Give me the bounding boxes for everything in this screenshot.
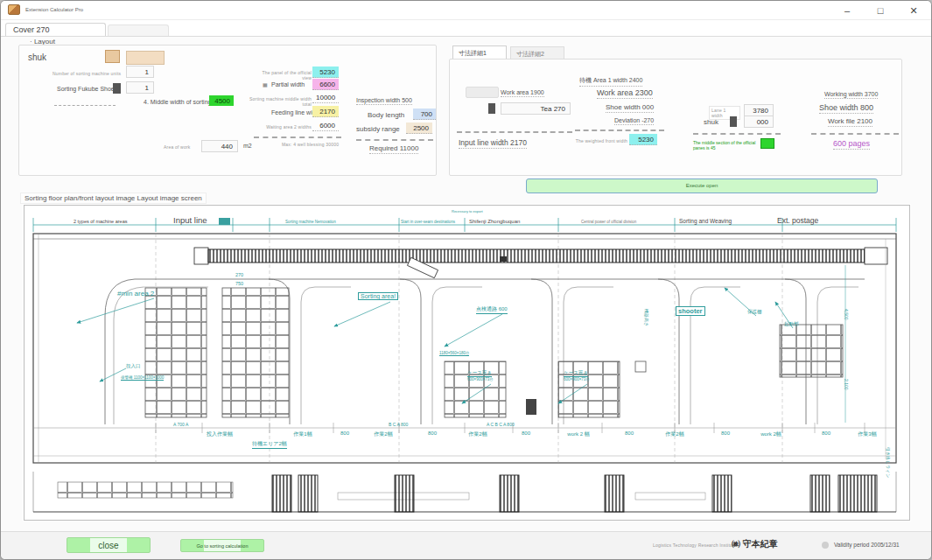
detail-shuk-field[interactable]: 000 bbox=[744, 116, 774, 128]
handset-icon bbox=[488, 103, 495, 114]
tab-dimension-detail-1[interactable]: 寸法詳細1 bbox=[452, 46, 507, 59]
minimize-button[interactable]: – bbox=[837, 4, 858, 18]
tab-dimension-detail-2[interactable]: 寸法詳細2 bbox=[510, 46, 564, 59]
subsidy-range-field[interactable]: 2500 bbox=[406, 122, 432, 134]
guard-shelf-label: 保護棚 bbox=[747, 309, 762, 315]
execute-button[interactable]: Execute open bbox=[526, 178, 878, 193]
min-area-label: #min area 2 bbox=[117, 290, 154, 298]
floorplan-drawing bbox=[23, 204, 911, 522]
shuk-image-icon bbox=[105, 50, 120, 63]
dim-label: work 2幅 bbox=[760, 430, 781, 438]
maximize-button[interactable]: □ bbox=[870, 4, 891, 18]
app-window: Extension Calculator Pro – □ ✕ Cover 270… bbox=[0, 0, 932, 560]
disabled-button[interactable] bbox=[466, 87, 499, 98]
tab-cover-270[interactable]: Cover 270 bbox=[5, 23, 106, 37]
dimension-detail-panel: Work area 1900 Tea 270 Input line width … bbox=[449, 59, 902, 176]
official-view-label: The panel of the official view bbox=[257, 70, 312, 80]
footer-bar: close Go to sorting calculation Logistic… bbox=[1, 531, 931, 559]
dim-label: 800 bbox=[721, 430, 730, 436]
vertical-dim-2100: 2,100 bbox=[844, 379, 849, 390]
dim-label: 投入作業幅 bbox=[207, 430, 233, 438]
g4-dash bbox=[811, 133, 899, 135]
pages-field[interactable]: 600 pages bbox=[833, 139, 870, 150]
body-length-label: Body length bbox=[368, 111, 404, 119]
app-icon bbox=[8, 4, 20, 15]
middle-total-field[interactable]: 10000 bbox=[312, 92, 339, 103]
top-label-central-power: Central power of official division bbox=[581, 220, 636, 224]
tea-value: 270 bbox=[554, 105, 565, 113]
dim-label: 作業2幅 bbox=[468, 430, 487, 438]
main-content: · Layout shuk Number of sorting machine … bbox=[1, 37, 931, 531]
waiting-area-field[interactable]: 6000 bbox=[312, 120, 339, 131]
equipment-height-label: 機器高さ bbox=[644, 309, 649, 326]
row3-dash bbox=[54, 105, 116, 106]
background-tab bbox=[108, 24, 169, 37]
vertical-dim-4500: 4,500 bbox=[844, 309, 849, 320]
subsidy-range-label: subsidy range bbox=[356, 125, 400, 133]
shoe-width-000-field[interactable]: Shoe width 000 bbox=[606, 103, 654, 113]
top-label-input-line: Input line bbox=[173, 215, 207, 225]
top-label-shifenji: Shifenji Zhongbuquan bbox=[469, 219, 520, 224]
middle-width-label: 4. Middle width of sorting bbox=[144, 99, 211, 105]
middle-section-indicator bbox=[760, 138, 774, 149]
mid-dash bbox=[254, 136, 341, 138]
top-label-ext-postage: Ext. postage bbox=[777, 216, 818, 225]
detail-shuk-icon bbox=[730, 116, 737, 127]
close-button[interactable]: close bbox=[67, 537, 151, 553]
front-width-field[interactable]: 5230 bbox=[629, 134, 657, 145]
work-area-2300-field[interactable]: Work area 2300 bbox=[597, 88, 653, 99]
dim-label: work 2 幅 bbox=[567, 430, 589, 438]
shelf-label: 保管棚 1100×1100×1000 bbox=[121, 375, 164, 381]
area1-width-field[interactable]: 待機 Area 1 width 2400 bbox=[579, 76, 642, 87]
fukube-shoe-label: Sorting Fukube Shoe bbox=[57, 86, 115, 92]
pullout-line-label: 引き出しライン bbox=[886, 447, 891, 479]
case1-size-label: 600×900×73台 bbox=[467, 377, 494, 382]
partial-width-label: Partial width bbox=[271, 81, 305, 88]
drawing-header: Sorting floor plan/front layout image La… bbox=[20, 192, 207, 204]
dim-750-label: 750 bbox=[235, 281, 243, 286]
conveyor-chip-icon bbox=[219, 218, 230, 225]
input-line-width-field[interactable]: Input line width 2170 bbox=[459, 138, 527, 149]
dim-label: 作業2幅 bbox=[665, 430, 683, 438]
work-area-1900-field[interactable]: Work area 1900 bbox=[501, 89, 544, 97]
layout-panel: shuk Number of sorting machine units 1 S… bbox=[18, 45, 437, 176]
close-window-button[interactable]: ✕ bbox=[903, 4, 924, 18]
shuk-preview-icon bbox=[126, 51, 165, 65]
dim-label: 800 bbox=[522, 430, 530, 436]
top-label-sorting-weaving: Sorting and Weaving bbox=[679, 218, 732, 224]
units-label: Number of sorting machine units bbox=[53, 71, 127, 76]
dim-letters-1: A 700 A bbox=[173, 422, 188, 427]
work-file-field[interactable]: Work file 2100 bbox=[828, 117, 872, 127]
input-port-label: 投入口 bbox=[126, 363, 141, 369]
goto-sorting-button[interactable]: Go to sorting calculation bbox=[180, 539, 264, 552]
waiting-area-label: Waiting area 2 widths bbox=[257, 124, 312, 130]
top-label-export-note: Recessary to export bbox=[452, 209, 483, 214]
fukube-shoe-field[interactable]: 1 bbox=[126, 81, 154, 94]
official-view-field[interactable]: 5230 bbox=[312, 66, 339, 78]
titlebar: Extension Calculator Pro – □ ✕ bbox=[1, 1, 931, 20]
deviation-field[interactable]: Deviation -270 bbox=[614, 117, 654, 125]
lane1-width-field[interactable]: 3780 bbox=[744, 104, 774, 116]
shuk-label: shuk bbox=[28, 52, 46, 62]
working-width-field[interactable]: Working width 3700 bbox=[824, 91, 878, 99]
units-field[interactable]: 1 bbox=[126, 66, 154, 78]
dim-label: 800 bbox=[428, 430, 437, 436]
area-field[interactable]: 440 bbox=[201, 140, 238, 152]
g3-dash bbox=[693, 133, 781, 135]
case2-size-label: 600×900×73台 bbox=[564, 377, 590, 382]
inspection-width-field[interactable]: Inspection width 500 bbox=[356, 97, 412, 105]
shooter-label: shooter bbox=[676, 306, 705, 316]
shoe-width-800-field[interactable]: Shoe width 800 bbox=[819, 103, 873, 114]
partial-width-field[interactable]: 6600 bbox=[312, 79, 339, 90]
tea-label: Tea bbox=[541, 105, 552, 113]
tea-field[interactable]: Tea 270 bbox=[501, 102, 571, 115]
feeding-line-field[interactable]: 2170 bbox=[312, 106, 339, 117]
middle-width-field[interactable]: 4500 bbox=[209, 95, 234, 106]
g2-dash bbox=[575, 130, 664, 131]
body-length-field[interactable]: 700 bbox=[413, 108, 436, 120]
grid-icon: ▦ bbox=[263, 81, 268, 88]
top-label-start-seam: Start in over-seam destinations bbox=[401, 220, 455, 224]
front-width-label: The weighted front width bbox=[575, 138, 627, 144]
required-field[interactable]: Required 11000 bbox=[369, 144, 418, 154]
drive-unit-label: 起動部 bbox=[784, 321, 799, 327]
